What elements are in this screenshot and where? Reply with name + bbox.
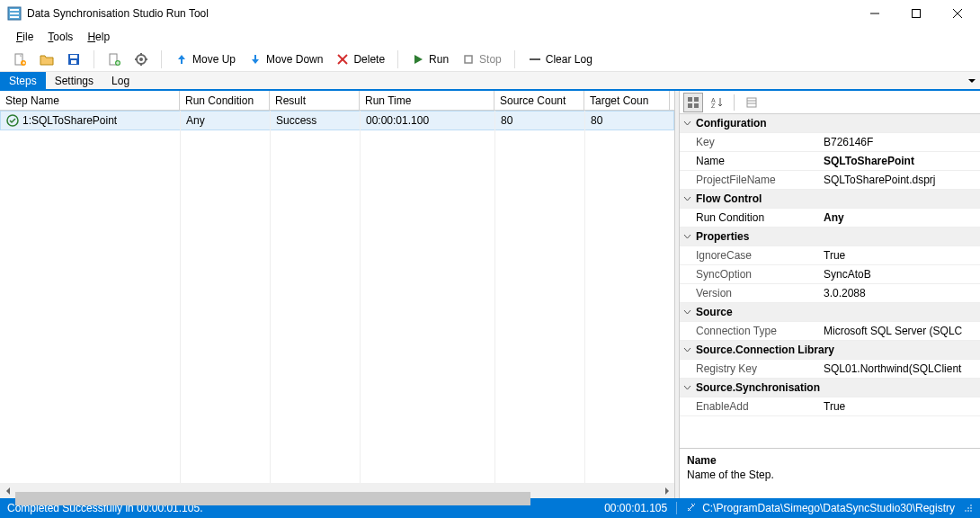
properties-panel: AZ Configuration KeyB726146F NameSQLToSh…: [679, 91, 980, 498]
prop-row[interactable]: KeyB726146F: [680, 133, 980, 152]
categorized-view-button[interactable]: [683, 93, 703, 112]
move-down-button[interactable]: Move Down: [245, 50, 326, 68]
cell-result: Success: [271, 114, 361, 127]
connection-icon: [686, 502, 697, 515]
steps-panel: Step Name Run Condition Result Run Time …: [0, 91, 675, 498]
prop-row[interactable]: ProjectFileNameSQLToSharePoint.dsprj: [680, 171, 980, 190]
open-button[interactable]: [36, 50, 58, 68]
status-path: C:\ProgramData\Simego\DataSyncStudio30\R…: [702, 502, 955, 514]
chevron-down-icon: [680, 384, 694, 392]
svg-point-40: [970, 507, 972, 509]
run-button[interactable]: Run: [407, 50, 452, 68]
tab-settings[interactable]: Settings: [46, 72, 102, 89]
table-row[interactable]: 1:SQLToSharePoint Any Success 00:00:01.1…: [0, 111, 674, 130]
svg-point-38: [970, 510, 972, 512]
property-description-title: Name: [687, 454, 973, 467]
clear-log-button[interactable]: Clear Log: [524, 50, 596, 68]
stop-button[interactable]: Stop: [458, 50, 505, 68]
prop-category[interactable]: Flow Control: [680, 190, 980, 209]
svg-point-41: [965, 510, 967, 512]
cell-run-condition: Any: [181, 114, 271, 127]
cell-target-count: 80: [585, 114, 671, 127]
cell-run-time: 00:00:01.100: [361, 114, 495, 127]
scroll-left-button[interactable]: [0, 483, 15, 498]
svg-rect-2: [10, 13, 19, 14]
prop-category[interactable]: Configuration: [680, 114, 980, 133]
settings-button[interactable]: [130, 50, 152, 68]
svg-rect-35: [747, 98, 756, 107]
svg-point-43: [970, 505, 972, 506]
success-icon: [6, 114, 19, 127]
scroll-right-button[interactable]: [659, 483, 674, 498]
menu-help[interactable]: Help: [80, 29, 117, 45]
prop-row[interactable]: Version3.0.2088: [680, 284, 980, 303]
prop-row[interactable]: Registry KeySQL01.Northwind(SQLClient: [680, 360, 980, 379]
minimize-button[interactable]: [854, 0, 895, 27]
delete-button[interactable]: Delete: [332, 50, 388, 68]
menubar: File Tools Help: [0, 27, 980, 47]
property-pages-button[interactable]: [742, 93, 762, 112]
tabs-overflow-button[interactable]: [964, 72, 980, 89]
properties-grid[interactable]: Configuration KeyB726146F NameSQLToShare…: [680, 114, 980, 448]
app-icon: [7, 6, 22, 21]
svg-rect-1: [10, 9, 19, 11]
svg-rect-31: [688, 103, 692, 108]
status-time: 00:00:01.105: [604, 502, 667, 514]
toolbar-separator: [161, 50, 162, 68]
col-source-count[interactable]: Source Count: [494, 91, 584, 110]
chevron-down-icon: [680, 308, 694, 317]
col-result[interactable]: Result: [270, 91, 360, 110]
col-target-count[interactable]: Target Coun: [584, 91, 670, 110]
close-button[interactable]: [937, 0, 978, 27]
horizontal-scrollbar[interactable]: [0, 483, 674, 498]
svg-rect-32: [694, 103, 699, 108]
col-run-time[interactable]: Run Time: [360, 91, 494, 110]
resize-grip-icon[interactable]: [962, 502, 973, 515]
move-up-button[interactable]: Move Up: [171, 50, 239, 68]
col-step-name[interactable]: Step Name: [0, 91, 180, 110]
prop-row[interactable]: NameSQLToSharePoint: [680, 152, 980, 171]
toolbar-separator: [94, 50, 94, 68]
alphabetical-view-button[interactable]: AZ: [707, 93, 726, 112]
col-run-condition[interactable]: Run Condition: [180, 91, 270, 110]
toolbar: ✶ Move Up Move Down Delete Run Stop Clea…: [0, 47, 980, 72]
grid-header: Step Name Run Condition Result Run Time …: [0, 91, 674, 111]
prop-category[interactable]: Source.Synchronisation: [680, 379, 980, 397]
properties-toolbar: AZ: [680, 91, 980, 114]
maximize-button[interactable]: [895, 0, 937, 27]
property-description-text: Name of the Step.: [687, 469, 973, 481]
prop-category[interactable]: Source: [680, 303, 980, 322]
main-area: Step Name Run Condition Result Run Time …: [0, 91, 980, 498]
prop-row[interactable]: Connection TypeMicrosoft SQL Server (SQL…: [680, 322, 980, 341]
prop-row[interactable]: EnableAddTrue: [680, 397, 980, 416]
tab-steps[interactable]: Steps: [0, 72, 46, 89]
grid-body: 1:SQLToSharePoint Any Success 00:00:01.1…: [0, 111, 674, 483]
add-project-button[interactable]: [103, 50, 125, 68]
save-button[interactable]: [63, 50, 85, 68]
prop-row[interactable]: SyncOptionSyncAtoB: [680, 265, 980, 284]
menu-tools[interactable]: Tools: [40, 29, 80, 45]
prop-row[interactable]: IgnoreCaseTrue: [680, 246, 980, 265]
menu-file[interactable]: File: [9, 29, 40, 45]
svg-rect-12: [70, 55, 77, 58]
prop-category[interactable]: Source.Connection Library: [680, 341, 980, 360]
prop-category[interactable]: Properties: [680, 228, 980, 246]
svg-rect-30: [694, 97, 699, 102]
cell-step-name: 1:SQLToSharePoint: [1, 114, 181, 127]
status-separator: [676, 502, 677, 514]
window-title: Data Synchronisation Studio Run Tool: [27, 7, 854, 20]
new-button[interactable]: ✶: [9, 50, 31, 68]
svg-text:Z: Z: [711, 103, 716, 109]
prop-row[interactable]: Run ConditionAny: [680, 209, 980, 228]
property-description: Name Name of the Step.: [680, 448, 980, 498]
tab-log[interactable]: Log: [102, 72, 138, 89]
svg-rect-29: [688, 97, 692, 102]
svg-point-19: [139, 58, 143, 61]
tabs-bar: Steps Settings Log: [0, 72, 980, 91]
cell-source-count: 80: [495, 114, 585, 127]
chevron-down-icon: [680, 120, 694, 128]
svg-rect-13: [71, 60, 76, 64]
steps-grid: Step Name Run Condition Result Run Time …: [0, 91, 674, 483]
svg-rect-3: [10, 16, 19, 18]
svg-rect-5: [913, 9, 921, 17]
